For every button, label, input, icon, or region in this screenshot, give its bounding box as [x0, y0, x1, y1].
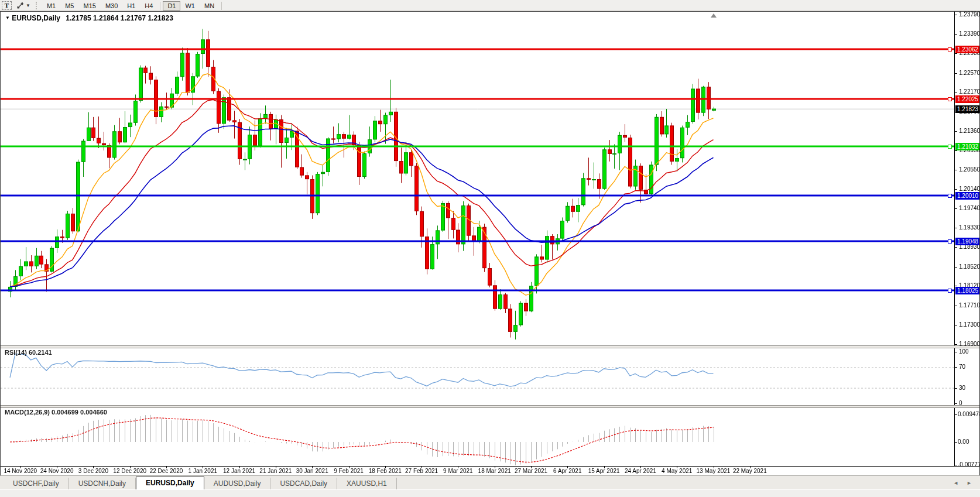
tab-scroll-left-icon[interactable]: ◄ [953, 477, 958, 489]
tab-usdcnh[interactable]: USDCNH,Daily [69, 478, 136, 490]
timeframe-button-m15[interactable]: M15 [78, 1, 100, 11]
timeframe-button-w1[interactable]: W1 [180, 1, 200, 11]
chevron-down-icon[interactable]: ▼ [26, 1, 30, 10]
text-tool-button[interactable]: T [2, 1, 12, 10]
timeframe-button-d1[interactable]: D1 [163, 1, 180, 11]
chart-window: 1.237901.233901.229801.225701.221701.217… [0, 11, 980, 475]
tab-usdcad[interactable]: USDCAD,Daily [270, 478, 337, 490]
timeframe-button-m1[interactable]: M1 [42, 1, 60, 11]
timeframe-button-m30[interactable]: M30 [101, 1, 122, 11]
chart-title-symbol: EURUSD,Daily [12, 14, 60, 22]
pointer-tool-icon[interactable] [15, 1, 25, 10]
tab-xauusd[interactable]: XAUUSD,H1 [337, 478, 397, 490]
toolbar-gripper [36, 2, 39, 9]
chart-title: ▼ EURUSD,Daily 1.21785 1.21864 1.21767 1… [5, 14, 173, 22]
status-strip [0, 489, 980, 497]
macd-panel-separator[interactable] [1, 405, 979, 408]
timeframe-button-mn[interactable]: MN [200, 1, 219, 11]
top-toolbar: T ▼ M1M5M15M30H1H4D1W1MN [0, 0, 980, 11]
timeframe-button-group: M1M5M15M30H1H4D1W1MN [42, 0, 224, 11]
timeframe-button-h1[interactable]: H1 [122, 1, 140, 11]
toolbar-separator [221, 2, 222, 10]
chart-tabs: USDCHF,DailyUSDCNH,DailyEURUSD,DailyAUDU… [0, 476, 397, 490]
symbol-dropdown-icon[interactable]: ▼ [5, 15, 10, 20]
timeframe-button-h4[interactable]: H4 [140, 1, 157, 11]
tab-audusd[interactable]: AUDUSD,Daily [204, 478, 271, 490]
rsi-indicator-label: RSI(14) 60.2141 [5, 349, 52, 356]
rsi-panel-separator[interactable] [1, 345, 979, 348]
macd-indicator-label: MACD(12,26,9) 0.004699 0.004660 [5, 409, 107, 416]
tab-eurusd[interactable]: EURUSD,Daily [136, 477, 204, 490]
tab-scroll-arrows: ◄ ► [953, 477, 972, 489]
timeframe-button-m5[interactable]: M5 [60, 1, 78, 11]
chart-tab-bar: USDCHF,DailyUSDCNH,DailyEURUSD,DailyAUDU… [0, 475, 980, 489]
tab-scroll-right-icon[interactable]: ► [967, 477, 972, 489]
chart-title-ohlc: 1.21785 1.21864 1.21767 1.21823 [66, 14, 173, 22]
toolbar-separator [160, 2, 160, 10]
tab-usdchf[interactable]: USDCHF,Daily [4, 478, 69, 490]
